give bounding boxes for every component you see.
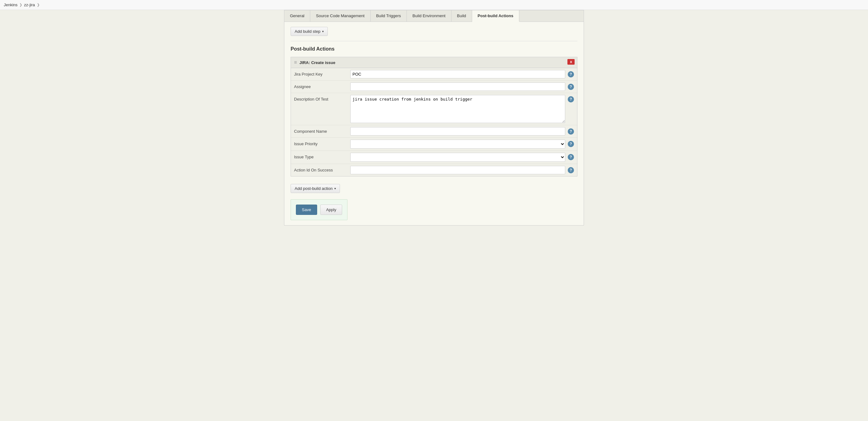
content-panel: General Source Code Management Build Tri… (284, 10, 584, 226)
help-icon-component-name[interactable]: ? (568, 128, 574, 135)
drag-handle-icon[interactable]: ≡ (294, 60, 297, 65)
tab-build[interactable]: Build (452, 10, 472, 22)
apply-button[interactable]: Apply (320, 204, 342, 215)
breadcrumb-project[interactable]: zz-jira (24, 2, 35, 7)
assignee-input[interactable] (350, 83, 565, 91)
help-icon-issue-type[interactable]: ? (568, 154, 574, 160)
issue-priority-select[interactable] (350, 140, 565, 149)
component-name-row: Component Name ? (291, 125, 577, 138)
jira-project-key-row: Jira Project Key ? (291, 68, 577, 80)
add-build-step-row: Add build step ▾ (290, 27, 578, 41)
action-id-label: Action Id On Success (294, 166, 350, 174)
action-id-input[interactable] (350, 166, 565, 174)
issue-priority-label: Issue Priority (294, 140, 350, 148)
issue-type-select[interactable] (350, 153, 565, 162)
jira-card-header: ≡ JIRA: Create issue (291, 57, 577, 68)
save-apply-row: Save Apply (290, 199, 347, 220)
breadcrumb-sep-1: ❯ (19, 3, 22, 7)
help-icon-action-id[interactable]: ? (568, 167, 574, 173)
action-id-field (350, 166, 565, 174)
issue-type-row: Issue Type ? (291, 151, 577, 164)
tab-general[interactable]: General (284, 10, 310, 22)
description-textarea[interactable]: jira issue creation from jenkins on buil… (350, 95, 565, 123)
description-row: Description Of Test jira issue creation … (291, 93, 577, 125)
jira-project-key-field (350, 70, 565, 78)
add-post-build-row: Add post-build action ▾ (290, 182, 578, 193)
description-label: Description Of Test (294, 95, 350, 103)
tab-post-build-actions[interactable]: Post-build Actions (472, 10, 519, 22)
action-id-row: Action Id On Success ? (291, 164, 577, 176)
issue-priority-row: Issue Priority ? (291, 138, 577, 151)
help-icon-issue-priority[interactable]: ? (568, 141, 574, 147)
jira-card-title: JIRA: Create issue (299, 60, 335, 65)
jira-create-issue-card: ≡ JIRA: Create issue x Jira Project Key … (290, 57, 578, 176)
panel-body: Add build step ▾ Post-build Actions ≡ JI… (284, 22, 584, 225)
jira-project-key-input[interactable] (350, 70, 565, 78)
dropdown-arrow-icon: ▾ (322, 30, 324, 33)
issue-type-label: Issue Type (294, 153, 350, 161)
save-button[interactable]: Save (296, 204, 317, 215)
tab-scm[interactable]: Source Code Management (310, 10, 370, 22)
breadcrumb-jenkins[interactable]: Jenkins (4, 2, 18, 7)
assignee-row: Assignee ? (291, 80, 577, 93)
tab-bar: General Source Code Management Build Tri… (284, 10, 584, 22)
main-container: General Source Code Management Build Tri… (0, 10, 868, 226)
assignee-field (350, 83, 565, 91)
post-build-actions-title: Post-build Actions (290, 46, 578, 52)
tab-build-triggers[interactable]: Build Triggers (371, 10, 407, 22)
component-name-label: Component Name (294, 127, 350, 135)
component-name-field (350, 127, 565, 135)
jira-project-key-label: Jira Project Key (294, 70, 350, 78)
description-field: jira issue creation from jenkins on buil… (350, 95, 565, 123)
help-icon-jira-project-key[interactable]: ? (568, 71, 574, 77)
post-build-actions-section: Post-build Actions ≡ JIRA: Create issue … (290, 46, 578, 193)
assignee-label: Assignee (294, 83, 350, 91)
help-icon-assignee[interactable]: ? (568, 84, 574, 90)
post-build-dropdown-arrow-icon: ▾ (334, 187, 336, 190)
add-post-build-action-button[interactable]: Add post-build action ▾ (290, 184, 340, 193)
help-icon-description[interactable]: ? (568, 96, 574, 102)
issue-priority-field (350, 140, 565, 149)
tab-build-environment[interactable]: Build Environment (407, 10, 452, 22)
breadcrumb: Jenkins ❯ zz-jira ❯ (0, 0, 868, 10)
breadcrumb-sep-2: ❯ (37, 3, 40, 7)
component-name-input[interactable] (350, 127, 565, 135)
issue-type-field (350, 153, 565, 162)
close-button[interactable]: x (567, 59, 575, 65)
add-build-step-button[interactable]: Add build step ▾ (290, 27, 328, 36)
